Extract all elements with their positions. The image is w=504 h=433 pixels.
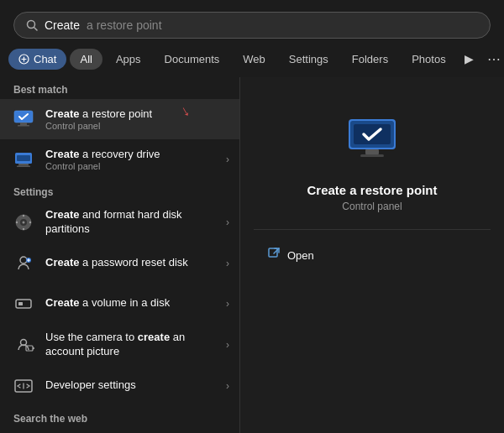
settings-section-label: Settings xyxy=(0,180,239,201)
svg-point-13 xyxy=(23,215,24,216)
tab-documents[interactable]: Documents xyxy=(155,49,230,70)
format-disk-title: Create and format hard disk partitions xyxy=(45,208,226,237)
developer-settings-title: Developer settings xyxy=(45,378,226,393)
svg-rect-32 xyxy=(360,154,384,157)
filter-tabs: Chat All Apps Documents Web Settings Fol… xyxy=(0,47,504,77)
camera-account-text: Use the camera to create an account pict… xyxy=(45,331,226,359)
best-match-label: Best match xyxy=(0,77,239,99)
password-reset-item[interactable]: Create a password reset disk › xyxy=(0,243,239,284)
recovery-drive-subtitle: Control panel xyxy=(45,161,226,171)
chevron-right-icon: › xyxy=(226,154,229,165)
svg-point-17 xyxy=(20,257,27,263)
svg-rect-30 xyxy=(354,124,391,144)
svg-rect-5 xyxy=(18,125,29,127)
volume-disk-text: Create a volume in a disk xyxy=(45,296,226,310)
svg-point-15 xyxy=(16,222,18,223)
search-placeholder: a restore point xyxy=(87,18,162,32)
svg-rect-33 xyxy=(269,248,277,257)
left-panel: Best match Create a restore point xyxy=(0,77,239,433)
volume-disk-title: Create a volume in a disk xyxy=(45,296,226,310)
camera-account-item[interactable]: Use the camera to create an account pict… xyxy=(0,324,239,366)
chevron-right-icon-2: › xyxy=(226,216,229,228)
svg-rect-19 xyxy=(16,300,31,308)
password-reset-title: Create a password reset disk xyxy=(45,256,226,270)
search-icon xyxy=(26,19,38,31)
camera-icon xyxy=(10,331,37,358)
tab-photos[interactable]: Photos xyxy=(402,49,455,70)
tab-folders[interactable]: Folders xyxy=(342,49,398,70)
recovery-drive-title: Create a recovery drive xyxy=(45,148,226,162)
right-panel: Create a restore point Control panel Ope… xyxy=(239,77,504,433)
play-button[interactable]: ▶ xyxy=(459,49,479,69)
best-match-text: Create a restore point Control panel xyxy=(45,107,229,132)
search-bar-container: Create a restore point xyxy=(0,0,504,47)
format-disk-item[interactable]: Create and format hard disk partitions › xyxy=(0,201,239,243)
search-value: Create xyxy=(45,18,80,32)
chevron-right-icon-6: › xyxy=(226,380,229,392)
chevron-right-icon-5: › xyxy=(226,339,229,351)
svg-rect-31 xyxy=(365,149,379,154)
tab-chat[interactable]: Chat xyxy=(8,49,66,70)
web-search-label: Search the web xyxy=(0,406,239,428)
search-bar[interactable]: Create a restore point xyxy=(13,12,491,39)
volume-disk-item[interactable]: Create a volume in a disk › xyxy=(0,284,239,324)
svg-marker-23 xyxy=(33,347,34,349)
chevron-right-icon-3: › xyxy=(226,258,229,269)
password-reset-text: Create a password reset disk xyxy=(45,256,226,270)
open-button[interactable]: Open xyxy=(257,242,324,269)
svg-rect-4 xyxy=(20,123,27,125)
volume-disk-icon xyxy=(10,290,37,317)
tab-web[interactable]: Web xyxy=(233,49,276,70)
best-match-title: Create a restore point xyxy=(45,107,229,122)
svg-line-1 xyxy=(34,28,38,31)
svg-rect-9 xyxy=(17,155,30,161)
recovery-drive-text: Create a recovery drive Control panel xyxy=(45,148,226,172)
tab-all[interactable]: All xyxy=(70,49,102,70)
svg-line-34 xyxy=(274,248,279,253)
open-label: Open xyxy=(287,249,314,262)
main-content: Best match Create a restore point xyxy=(0,77,504,433)
detail-divider xyxy=(254,229,491,230)
developer-icon xyxy=(10,373,37,399)
detail-subtitle: Control panel xyxy=(342,201,402,212)
developer-settings-text: Developer settings xyxy=(45,378,226,393)
tab-settings[interactable]: Settings xyxy=(279,49,339,70)
svg-rect-7 xyxy=(18,164,29,166)
restore-point-icon xyxy=(10,106,37,133)
password-reset-icon xyxy=(10,250,37,277)
camera-account-title: Use the camera to create an account pict… xyxy=(45,331,226,359)
developer-settings-item[interactable]: Developer settings › xyxy=(0,366,239,406)
best-match-item[interactable]: Create a restore point Control panel ↓ xyxy=(0,99,239,139)
svg-rect-20 xyxy=(18,302,23,305)
format-disk-text: Create and format hard disk partitions xyxy=(45,208,226,237)
recovery-drive-icon xyxy=(10,146,37,173)
web-search-item[interactable]: Create - See web results › xyxy=(0,428,239,433)
format-disk-icon xyxy=(10,209,37,236)
svg-rect-8 xyxy=(17,166,30,168)
svg-point-16 xyxy=(29,222,31,223)
recovery-drive-item[interactable]: Create a recovery drive Control panel › xyxy=(0,139,239,180)
detail-title: Create a restore point xyxy=(290,183,454,197)
tab-apps[interactable]: Apps xyxy=(106,49,151,70)
more-button[interactable]: ⋯ xyxy=(482,48,504,70)
svg-point-14 xyxy=(23,228,24,230)
search-panel: Create a restore point Chat All Apps Doc… xyxy=(0,0,504,433)
svg-point-12 xyxy=(23,221,25,223)
open-icon xyxy=(267,247,281,263)
detail-icon xyxy=(342,111,402,171)
best-match-subtitle: Control panel xyxy=(45,121,229,131)
chevron-right-icon-4: › xyxy=(226,298,229,310)
